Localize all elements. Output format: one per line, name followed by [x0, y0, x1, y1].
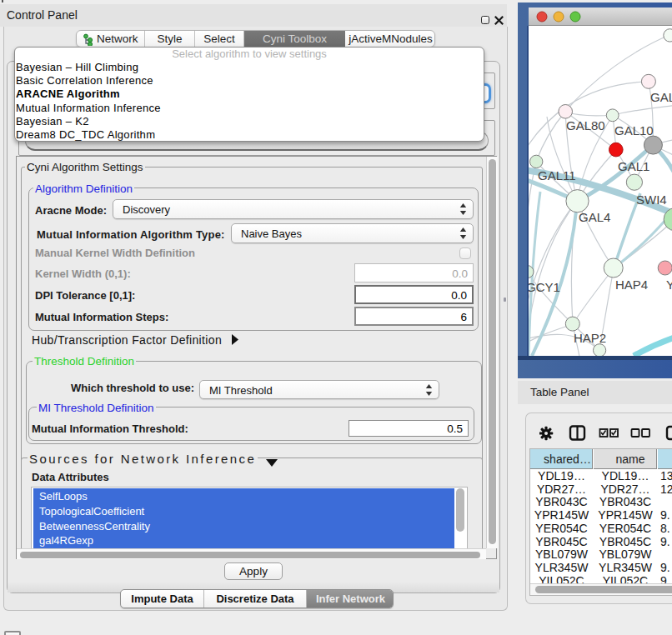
svg-text:GAL11: GAL11	[538, 168, 576, 182]
svg-text:GAL4: GAL4	[579, 210, 610, 224]
svg-text:GAL80: GAL80	[566, 118, 605, 132]
svg-text:GCY1: GCY1	[529, 280, 560, 294]
svg-text:Y: Y	[666, 278, 672, 292]
svg-text:SWI4: SWI4	[636, 192, 667, 207]
svg-text:GAL1: GAL1	[618, 159, 649, 173]
svg-text:GAL: GAL	[650, 90, 672, 104]
svg-text:HAP4: HAP4	[615, 278, 648, 292]
svg-text:GAL10: GAL10	[614, 123, 654, 138]
svg-text:HAP2: HAP2	[574, 331, 606, 345]
